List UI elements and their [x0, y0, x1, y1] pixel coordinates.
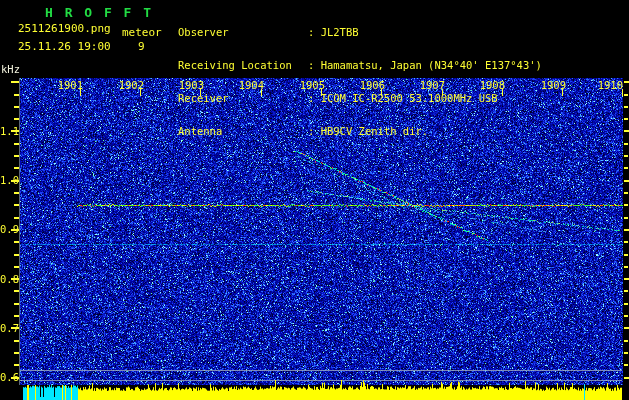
spectrogram-canvas — [0, 0, 629, 400]
hrofft-output: H R O F F T 2511261900.png meteor 25.11.… — [0, 0, 629, 400]
